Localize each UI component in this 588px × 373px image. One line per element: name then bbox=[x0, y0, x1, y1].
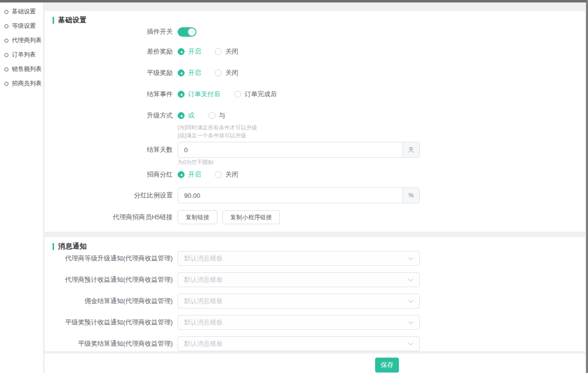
sidebar-item-label: 招商员列表 bbox=[12, 79, 42, 88]
field-label: 招商分红 bbox=[45, 170, 173, 179]
field-label: 代理商等级升级通知(代理商收益管理) bbox=[45, 254, 173, 263]
settle-event-finished-radio[interactable]: 订单完成后 bbox=[234, 90, 277, 99]
agent-expected-income-notify-select[interactable]: 默认消息模板 bbox=[178, 272, 420, 287]
message-notify-card: 消息通知 代理商等级升级通知(代理商收益管理) 默认消息模板 代理商预计收益通知… bbox=[45, 237, 585, 351]
help-text: [或]满足一个条件就可以升级 bbox=[45, 131, 585, 139]
field-label: 代理商预计收益通知(代理商收益管理) bbox=[45, 275, 173, 284]
sidebar-item-recruiter-list[interactable]: 招商员列表 bbox=[0, 76, 43, 91]
peer-settle-notify-row: 平级奖结算通知(代理商收益管理) 默认消息模板 bbox=[45, 336, 585, 351]
peer-settle-notify-select[interactable]: 默认消息模板 bbox=[178, 336, 420, 351]
save-bar: 保存 bbox=[45, 354, 585, 373]
sidebar-item-label: 等级设置 bbox=[12, 22, 36, 30]
field-label: 分红比例设置 bbox=[45, 191, 173, 200]
plugin-switch-toggle[interactable] bbox=[178, 27, 196, 37]
recruit-dividend-off-radio[interactable]: 关闭 bbox=[215, 170, 238, 179]
field-label: 代理商招商员H5链接 bbox=[45, 213, 173, 222]
price-reward-off-radio[interactable]: 关闭 bbox=[215, 47, 238, 56]
circle-bullet-icon bbox=[4, 53, 8, 57]
upgrade-mode-and-radio[interactable]: 与 bbox=[208, 111, 225, 120]
dividend-ratio-input[interactable] bbox=[178, 188, 402, 203]
settle-days-row: 结算天数 天 bbox=[45, 142, 585, 158]
radio-unchecked-icon bbox=[234, 91, 241, 98]
notify-section-title: 消息通知 bbox=[45, 242, 585, 251]
sidebar-item-label: 订单列表 bbox=[12, 51, 36, 59]
dividend-ratio-row: 分红比例设置 % bbox=[45, 187, 585, 203]
unit-suffix: 天 bbox=[402, 142, 419, 157]
chevron-down-icon bbox=[408, 255, 413, 260]
section-title-text: 基础设置 bbox=[58, 16, 87, 25]
settings-main-area: 基础设置 插件开关 差价奖励 开启 关闭 bbox=[44, 2, 586, 373]
circle-bullet-icon bbox=[4, 39, 8, 43]
peer-reward-off-radio[interactable]: 关闭 bbox=[215, 68, 238, 77]
commission-settle-notify-row: 佣金结算通知(代理商收益管理) 默认消息模板 bbox=[45, 294, 585, 309]
toggle-knob bbox=[188, 28, 196, 36]
sidebar-item-label: 销售额列表 bbox=[12, 65, 42, 73]
field-label: 插件开关 bbox=[45, 27, 173, 36]
basic-settings-card: 基础设置 插件开关 差价奖励 开启 关闭 bbox=[45, 11, 585, 232]
peer-expected-income-notify-select[interactable]: 默认消息模板 bbox=[178, 315, 420, 330]
sidebar-item-label: 基础设置 bbox=[12, 7, 36, 16]
section-accent-bar bbox=[53, 17, 54, 24]
copy-link-button[interactable]: 复制链接 bbox=[178, 210, 217, 224]
radio-unchecked-icon bbox=[208, 112, 215, 119]
upgrade-mode-row: 升级方式 或 与 bbox=[45, 109, 585, 123]
copy-miniprogram-link-button[interactable]: 复制小程序链接 bbox=[222, 210, 280, 224]
settle-event-paid-radio[interactable]: 订单支付后 bbox=[178, 90, 220, 99]
section-accent-bar bbox=[53, 243, 54, 250]
radio-checked-icon bbox=[178, 171, 185, 178]
field-label: 升级方式 bbox=[45, 111, 173, 120]
h5-link-row: 代理商招商员H5链接 复制链接 复制小程序链接 bbox=[45, 210, 585, 224]
help-text: [与]同时满足所有条件才可以升级 bbox=[45, 124, 585, 131]
basic-section-title: 基础设置 bbox=[45, 16, 585, 25]
radio-checked-icon bbox=[178, 69, 185, 76]
settle-days-input-wrap: 天 bbox=[178, 142, 420, 158]
agent-level-upgrade-notify-row: 代理商等级升级通知(代理商收益管理) 默认消息模板 bbox=[45, 251, 585, 266]
sidebar-item-sales-list[interactable]: 销售额列表 bbox=[0, 62, 43, 76]
chevron-down-icon bbox=[408, 319, 413, 324]
field-label: 结算天数 bbox=[45, 145, 173, 154]
percent-suffix: % bbox=[402, 188, 419, 203]
field-label: 平级奖励 bbox=[45, 68, 173, 77]
anchor-sidebar: 基础设置 等级设置 代理商列表 订单列表 销售额列表 招商员列表 bbox=[0, 2, 44, 373]
field-label: 平级奖结算通知(代理商收益管理) bbox=[45, 339, 173, 348]
peer-reward-on-radio[interactable]: 开启 bbox=[178, 68, 201, 77]
dividend-ratio-input-wrap: % bbox=[178, 187, 420, 203]
recruit-dividend-on-radio[interactable]: 开启 bbox=[178, 170, 201, 179]
radio-unchecked-icon bbox=[215, 171, 222, 178]
sidebar-item-label: 代理商列表 bbox=[12, 36, 42, 45]
settle-event-row: 结算事件 订单支付后 订单完成后 bbox=[45, 87, 585, 101]
radio-checked-icon bbox=[178, 91, 185, 98]
upgrade-mode-or-radio[interactable]: 或 bbox=[178, 111, 195, 120]
chevron-down-icon bbox=[408, 277, 413, 282]
circle-bullet-icon bbox=[4, 24, 8, 28]
sidebar-item-level-settings[interactable]: 等级设置 bbox=[0, 19, 43, 33]
settle-days-help: 为0为空不限制 bbox=[45, 158, 585, 167]
sidebar-item-basic-settings[interactable]: 基础设置 bbox=[0, 4, 43, 19]
agent-level-upgrade-notify-select[interactable]: 默认消息模板 bbox=[178, 251, 420, 266]
sidebar-item-order-list[interactable]: 订单列表 bbox=[0, 48, 43, 62]
chevron-down-icon bbox=[408, 341, 413, 346]
settle-days-input[interactable] bbox=[178, 142, 402, 157]
commission-settle-notify-select[interactable]: 默认消息模板 bbox=[178, 294, 420, 309]
window-top-edge bbox=[0, 0, 588, 2]
radio-checked-icon bbox=[178, 112, 185, 119]
section-title-text: 消息通知 bbox=[58, 242, 87, 251]
sidebar-item-agent-list[interactable]: 代理商列表 bbox=[0, 33, 43, 48]
field-label: 平级奖预计收益通知(代理商收益管理) bbox=[45, 318, 173, 327]
radio-unchecked-icon bbox=[215, 48, 222, 55]
peer-reward-row: 平级奖励 开启 关闭 bbox=[45, 66, 585, 80]
price-reward-row: 差价奖励 开启 关闭 bbox=[45, 45, 585, 59]
recruit-dividend-row: 招商分红 开启 关闭 bbox=[45, 168, 585, 182]
circle-bullet-icon bbox=[4, 82, 8, 86]
peer-expected-income-notify-row: 平级奖预计收益通知(代理商收益管理) 默认消息模板 bbox=[45, 315, 585, 330]
plugin-switch-row: 插件开关 bbox=[45, 25, 585, 39]
agent-expected-income-notify-row: 代理商预计收益通知(代理商收益管理) 默认消息模板 bbox=[45, 272, 585, 287]
radio-checked-icon bbox=[178, 48, 185, 55]
circle-bullet-icon bbox=[4, 67, 8, 71]
radio-unchecked-icon bbox=[215, 69, 222, 76]
scrollbar[interactable] bbox=[586, 0, 588, 373]
field-label: 佣金结算通知(代理商收益管理) bbox=[45, 297, 173, 306]
save-button[interactable]: 保存 bbox=[375, 358, 399, 373]
field-label: 结算事件 bbox=[45, 90, 173, 99]
price-reward-on-radio[interactable]: 开启 bbox=[178, 47, 201, 56]
